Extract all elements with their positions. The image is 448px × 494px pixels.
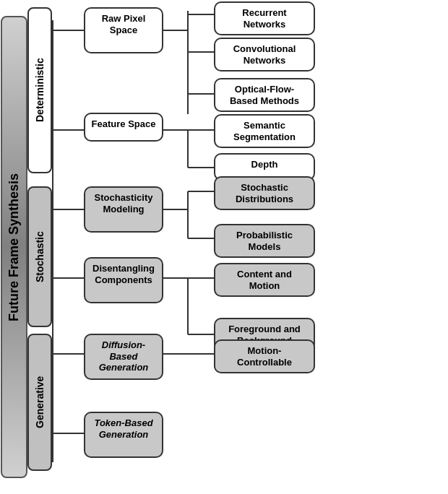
node-raw-pixel: Raw Pixel Space	[84, 7, 163, 53]
node-feature-space: Feature Space	[84, 113, 163, 142]
node-probabilistic: Probabilistic Models	[214, 224, 315, 258]
node-content-motion: Content and Motion	[214, 263, 315, 297]
node-token: Token-Based Generation	[84, 412, 163, 458]
cat-deterministic: Deterministic	[27, 7, 52, 173]
tree-area: Deterministic Stochastic Generative Raw …	[27, 0, 448, 494]
diagram-container: Future Frame Synthesis	[0, 0, 448, 494]
node-disentangling: Disentangling Components	[84, 257, 163, 303]
node-semantic: Semantic Segmentation	[214, 114, 315, 148]
cat-generative: Generative	[27, 334, 52, 471]
node-motion-ctrl: Motion-Controllable	[214, 339, 315, 373]
node-convolutional: Convolutional Networks	[214, 38, 315, 72]
main-label: Future Frame Synthesis	[1, 16, 27, 478]
main-label-container: Future Frame Synthesis	[0, 0, 27, 494]
node-stochastic-dist: Stochastic Distributions	[214, 176, 315, 210]
node-stochasticity: Stochasticity Modeling	[84, 186, 163, 233]
node-optical-flow: Optical-Flow-Based Methods	[214, 78, 315, 112]
cat-stochastic: Stochastic	[27, 186, 52, 327]
node-diffusion: Diffusion-Based Generation	[84, 334, 163, 380]
node-recurrent: Recurrent Networks	[214, 1, 315, 35]
